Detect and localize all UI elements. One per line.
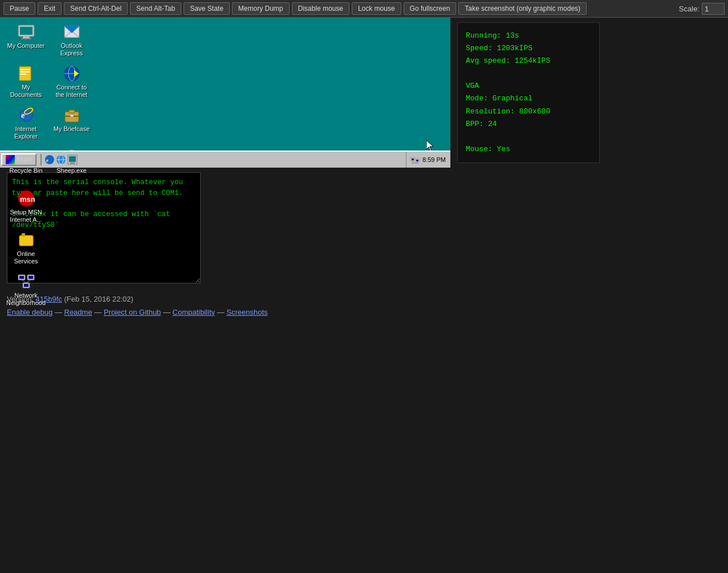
desktop-icon-label-recycle-bin: Recycle Bin [9,167,42,174]
svg-rect-44 [19,276,24,279]
svg-line-49 [22,280,26,283]
stat-vga-label: VGA [466,80,591,92]
desktop-icon-connect-internet[interactable]: Connect to the Internet [50,62,93,101]
desktop-icon-my-documents[interactable]: My Documents [5,62,47,101]
desktop-icon-label-ie: Internet Explorer [7,125,45,140]
desktop-icon-network-neighborhood[interactable]: Network Neighborhood [5,270,47,309]
svg-rect-4 [20,27,32,35]
scale-input[interactable] [702,3,725,15]
stat-resolution: Resolution: 800x600 [466,105,591,118]
svg-rect-48 [24,284,29,287]
svg-rect-46 [29,276,33,279]
desktop-icon-my-briefcase[interactable]: My Briefcase [50,104,93,135]
start-button[interactable]: Start [1,153,36,166]
footer-link-readme[interactable]: Readme [64,308,92,316]
desktop-icon-label-sheep-exe: Sheep.exe [56,167,87,174]
taskbar-divider [40,154,42,165]
start-label: Start [17,156,32,164]
desktop-icon-label-my-documents: My Documents [7,84,45,99]
taskbar-icon-globe[interactable] [56,155,66,165]
windows-logo-icon [6,155,15,164]
desktop: My Computer Outlook Express My Documents [0,18,450,151]
footer-version: Version: 415b9fc (Feb 15, 2016 22:02) [7,295,721,303]
svg-rect-61 [412,159,414,160]
disable-mouse-button[interactable]: Disable mouse [292,2,349,15]
desktop-icon-outlook-express[interactable]: Outlook Express [50,21,93,59]
tray-network-icon [410,155,420,165]
svg-rect-41 [19,235,33,246]
desktop-icon-label-connect: Connect to the Internet [52,84,91,99]
desktop-icon-internet-explorer[interactable]: e Internet Explorer [5,104,47,143]
desktop-icon-label-my-computer: My Computer [7,42,44,50]
stat-mouse: Mouse: Yes [466,143,591,156]
go-fullscreen-button[interactable]: Go fullscreen [404,2,457,15]
emulator-screen[interactable]: My Computer Outlook Express My Documents [0,18,450,168]
send-alt-tab-button[interactable]: Send Alt-Tab [130,2,181,15]
svg-rect-2 [23,36,30,38]
desktop-icon-label-network-neighborhood: Network Neighborhood [6,292,46,307]
right-panel: Running: 13s Speed: 1203kIPS Avg speed: … [450,18,728,168]
save-state-button[interactable]: Save State [184,2,230,15]
desktop-icon-setup-msn[interactable]: msn Setup MSN Internet A... [5,187,47,226]
footer-link-screenshots[interactable]: Screenshots [226,308,267,316]
footer-link-github[interactable]: Project on Github [104,308,161,316]
svg-rect-3 [21,38,31,39]
toolbar: Pause Exit Send Ctrl-Alt-Del Send Alt-Ta… [0,0,728,18]
stat-speed: Speed: 1203kIPS [466,42,591,55]
desktop-icon-label-outlook: Outlook Express [52,42,91,57]
svg-rect-12 [21,74,26,75]
stat-avg-speed: Avg speed: 1254kIPS [466,55,591,67]
desktop-icon-label-briefcase: My Briefcase [54,125,90,133]
stat-bpp: BPP: 24 [466,118,591,131]
pause-button[interactable]: Pause [3,2,35,15]
svg-rect-42 [22,233,25,237]
taskbar-icon-channel[interactable] [67,155,78,165]
svg-text:msn: msn [20,195,35,204]
svg-rect-59 [70,162,75,164]
desktop-icon-label-msn: Setup MSN Internet A... [7,209,45,223]
desktop-icon-label-online-services: Online Services [7,250,45,265]
footer-links: Enable debug — Readme — Project on Githu… [7,308,721,316]
stat-mode: Mode: Graphical [466,92,591,105]
bottom-section: Version: 415b9fc (Feb 15, 2016 22:02) En… [0,168,728,323]
send-ctrl-alt-del-button[interactable]: Send Ctrl-Alt-Del [64,2,128,15]
stat-running: Running: 13s [466,30,591,42]
taskbar: Start e [0,151,450,168]
exit-button[interactable]: Exit [38,2,62,15]
taskbar-tray: 8:59 PM [406,152,449,168]
taskbar-middle: e [39,154,406,165]
svg-rect-11 [21,71,30,72]
svg-rect-21 [69,110,75,113]
lock-mouse-button[interactable]: Lock mouse [352,2,401,15]
taskbar-icon-ie[interactable]: e [44,155,55,165]
svg-text:e: e [46,157,48,163]
desktop-icon-my-computer[interactable]: My Computer [5,21,47,52]
scale-container: Scale: [679,3,725,15]
footer-link-compatibility[interactable]: Compatibility [173,308,215,316]
version-date: (Feb 15, 2016 22:02) [62,295,133,303]
taskbar-clock: 8:59 PM [422,156,446,163]
desktop-icon-online-services[interactable]: Online Services [5,229,47,267]
svg-line-50 [26,280,31,283]
take-screenshot-button[interactable]: Take screenshot (only graphic modes) [458,2,587,15]
svg-rect-10 [21,69,30,70]
main-area: My Computer Outlook Express My Documents [0,18,728,168]
svg-rect-58 [69,156,76,162]
memory-dump-button[interactable]: Memory Dump [232,2,290,15]
svg-rect-63 [416,160,418,161]
scale-label: Scale: [679,5,699,13]
stats-panel: Running: 13s Speed: 1203kIPS Avg speed: … [457,22,600,163]
svg-rect-23 [70,115,74,117]
